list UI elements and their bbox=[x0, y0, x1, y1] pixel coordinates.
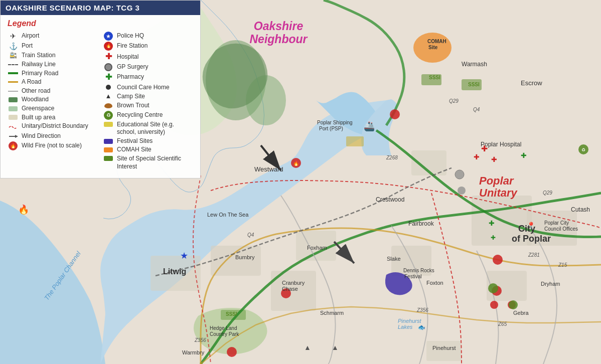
firestation-label: Fire Station bbox=[117, 42, 147, 50]
svg-point-33 bbox=[390, 109, 400, 119]
svg-text:Gebra: Gebra bbox=[513, 310, 529, 316]
woodland-label: Woodland bbox=[22, 96, 49, 104]
svg-text:Neighbour: Neighbour bbox=[250, 33, 308, 46]
pharmacy-label: Pharmacy bbox=[117, 73, 144, 81]
svg-text:Q4: Q4 bbox=[473, 107, 480, 112]
svg-text:Foxton: Foxton bbox=[426, 280, 443, 286]
svg-text:♻: ♻ bbox=[581, 147, 585, 152]
svg-rect-17 bbox=[346, 136, 364, 146]
svg-point-49 bbox=[488, 283, 498, 293]
boundary-label: Unitary/District Boundary bbox=[22, 122, 88, 130]
svg-text:Pinehurst: Pinehurst bbox=[432, 345, 456, 351]
svg-text:Cranbury: Cranbury bbox=[282, 280, 305, 286]
svg-text:Foxham: Foxham bbox=[307, 245, 327, 251]
primary-road-icon bbox=[8, 72, 19, 74]
svg-point-50 bbox=[509, 300, 518, 309]
svg-text:▲: ▲ bbox=[304, 343, 311, 351]
boundary-icon bbox=[8, 123, 19, 131]
svg-text:Crestwood: Crestwood bbox=[376, 196, 404, 203]
svg-text:Oakshire: Oakshire bbox=[254, 20, 304, 33]
police-icon: ★ bbox=[103, 32, 114, 41]
wind-icon bbox=[8, 133, 19, 140]
legend-item-firestation: 🔥 Fire Station bbox=[103, 41, 193, 51]
svg-text:Dennis Rocks: Dennis Rocks bbox=[403, 268, 434, 273]
svg-text:Q29: Q29 bbox=[543, 190, 552, 196]
legend-item-greenspace: Greenspace bbox=[8, 104, 98, 113]
legend-grid: ✈ Airport ⚓ Port 🚉 Train Station Railway… bbox=[8, 31, 193, 171]
port-icon: ⚓ bbox=[8, 42, 19, 51]
legend-item-a-road: A Road bbox=[8, 78, 98, 87]
gp-icon bbox=[103, 63, 114, 71]
svg-text:Poplar Shipping: Poplar Shipping bbox=[317, 120, 353, 125]
legend-item-gp: GP Surgery bbox=[103, 63, 193, 72]
airport-label: Airport bbox=[22, 32, 39, 40]
education-label: Educational Site (e.g. school, universit… bbox=[117, 121, 193, 136]
legend-item-comah: COMAH Site bbox=[103, 145, 193, 154]
svg-point-39 bbox=[227, 347, 237, 357]
svg-text:Port (PSP): Port (PSP) bbox=[319, 126, 343, 131]
carehome-label: Council Care Home bbox=[117, 84, 170, 92]
svg-text:Cutash: Cutash bbox=[571, 206, 590, 213]
svg-text:🐟: 🐟 bbox=[418, 323, 425, 331]
sssi-icon bbox=[103, 156, 114, 161]
browntrout-label: Brown Trout bbox=[117, 102, 149, 110]
other-road-label: Other road bbox=[22, 87, 50, 95]
legend-item-train: 🚉 Train Station bbox=[8, 51, 98, 60]
svg-text:✚: ✚ bbox=[474, 153, 480, 161]
legend-item-sssi: Site of Special Scientific Interest bbox=[103, 154, 193, 171]
wildfire-label: Wild Fire (not to scale) bbox=[22, 142, 82, 150]
svg-text:Schmarm: Schmarm bbox=[320, 310, 344, 316]
svg-text:📍: 📍 bbox=[527, 222, 536, 230]
greenspace-label: Greenspace bbox=[22, 105, 54, 113]
svg-text:Q4: Q4 bbox=[247, 232, 254, 238]
svg-text:Country Park: Country Park bbox=[210, 331, 239, 337]
svg-text:Z356: Z356 bbox=[194, 337, 206, 343]
svg-text:Dryham: Dryham bbox=[541, 281, 560, 287]
campsite-label: Camp Site bbox=[117, 93, 145, 101]
other-road-icon bbox=[8, 91, 19, 92]
svg-text:▲: ▲ bbox=[332, 343, 339, 351]
svg-text:Poplar Hospital: Poplar Hospital bbox=[481, 141, 521, 148]
legend-col2: ★ Police HQ 🔥 Fire Station ✚ Hospital GP… bbox=[103, 31, 193, 171]
svg-text:Q29: Q29 bbox=[449, 98, 459, 104]
legend-item-boundary: Unitary/District Boundary bbox=[8, 122, 98, 132]
svg-text:Litwig: Litwig bbox=[163, 267, 186, 276]
greenspace-icon bbox=[8, 106, 19, 111]
legend-item-railway: Railway Line bbox=[8, 60, 98, 69]
svg-text:Festival: Festival bbox=[404, 274, 421, 279]
legend-item-wildfire: 🔥 Wild Fire (not to scale) bbox=[8, 141, 98, 151]
svg-text:Warmash: Warmash bbox=[462, 61, 487, 68]
airport-icon: ✈ bbox=[8, 32, 19, 41]
legend-item-wind: Wind Direction bbox=[8, 132, 98, 141]
svg-text:✚: ✚ bbox=[491, 155, 497, 163]
svg-text:Slake: Slake bbox=[387, 256, 401, 262]
svg-text:Z281: Z281 bbox=[528, 252, 540, 258]
svg-text:🚢: 🚢 bbox=[364, 121, 375, 132]
woodland-icon bbox=[8, 97, 19, 102]
primary-road-label: Primary Road bbox=[22, 70, 58, 78]
browntrout-icon bbox=[103, 103, 114, 108]
railway-icon bbox=[8, 64, 19, 65]
svg-text:Pinehurst: Pinehurst bbox=[398, 318, 421, 324]
svg-point-35 bbox=[493, 255, 503, 265]
svg-text:Lew On The Sea: Lew On The Sea bbox=[207, 212, 249, 218]
svg-text:SSSI: SSSI bbox=[429, 75, 440, 80]
legend-item-campsite: ▲ Camp Site bbox=[103, 92, 193, 101]
legend-panel: OAKSHIRE SCENARIO MAP: TCG 3 Legend ✈ Ai… bbox=[0, 0, 201, 178]
builtup-label: Built up area bbox=[22, 114, 55, 122]
builtup-icon bbox=[8, 115, 19, 120]
svg-text:✚: ✚ bbox=[521, 151, 527, 159]
svg-text:Warmbry: Warmbry bbox=[182, 349, 205, 355]
legend-item-recycling: ♻ Recycling Centre bbox=[103, 110, 193, 120]
education-icon bbox=[103, 122, 114, 127]
svg-text:Westward: Westward bbox=[254, 165, 283, 173]
festival-label: Festival Sites bbox=[117, 137, 153, 145]
svg-text:Fairbrook: Fairbrook bbox=[408, 220, 434, 227]
sssi-label: Site of Special Scientific Interest bbox=[117, 155, 193, 170]
svg-point-51 bbox=[455, 170, 464, 179]
legend-item-pharmacy: ✚ Pharmacy bbox=[103, 72, 193, 83]
svg-text:COMAH: COMAH bbox=[427, 39, 446, 44]
svg-rect-7 bbox=[211, 246, 261, 276]
railway-label: Railway Line bbox=[22, 61, 56, 69]
legend-item-airport: ✈ Airport bbox=[8, 31, 98, 41]
